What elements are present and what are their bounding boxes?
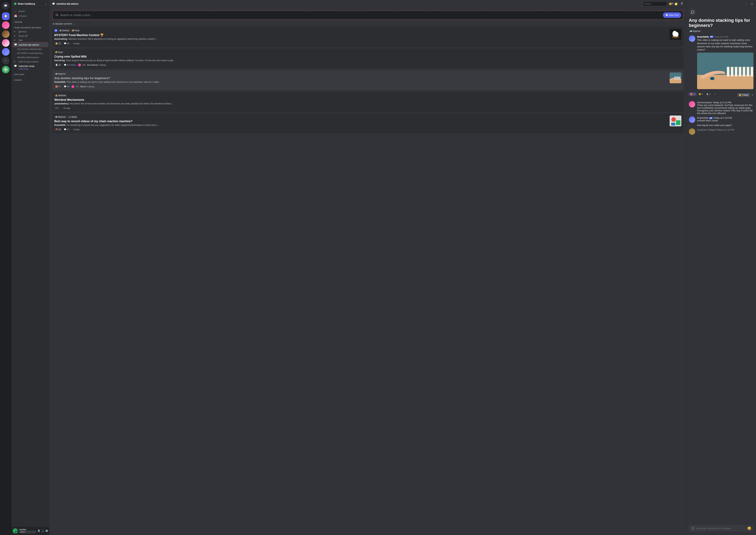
- message-content: oooooh that's smart: [697, 119, 753, 122]
- server-avatar-3[interactable]: [2, 30, 10, 38]
- topbar-search[interactable]: 🔍: [644, 2, 666, 6]
- category-offtopic[interactable]: OFF-TOPIC: [13, 71, 48, 76]
- reaction-chip[interactable]: 🎈 49: [54, 128, 62, 131]
- self-username: marblez: [19, 528, 36, 531]
- post-age: · 1d ago: [71, 128, 80, 130]
- help-icon[interactable]: ❔: [680, 2, 684, 6]
- pinned-icon[interactable]: 🗂️: [674, 2, 678, 6]
- user-panel: marblez #0000 🎙️ 🎧 ⚙️: [12, 527, 49, 535]
- home-link[interactable]: ⌂ Home: [13, 9, 48, 14]
- channel-general[interactable]: # general: [13, 29, 48, 34]
- deafen-icon[interactable]: 🎧: [41, 529, 44, 532]
- reaction-chip[interactable]: 🥛 32: [54, 64, 62, 66]
- channel-materials[interactable]: 💬 materials-swap 2 New Posts: [13, 64, 48, 71]
- mute-icon[interactable]: 🎙️: [37, 529, 40, 532]
- avatar[interactable]: [689, 128, 695, 135]
- home-icon: ⌂: [14, 10, 17, 13]
- avatar[interactable]: [689, 36, 695, 42]
- post-card[interactable]: ⚙️General🌮Food MYSTERY Food Machine Cont…: [52, 27, 684, 47]
- inbox-icon[interactable]: 🔔: [668, 2, 672, 6]
- timestamp: Today at 2:12 PM: [715, 36, 728, 38]
- tag-general[interactable]: ⚙️General: [58, 29, 70, 32]
- avatar[interactable]: [689, 117, 695, 123]
- settings-icon[interactable]: ⚙️: [45, 529, 48, 532]
- add-reaction-button[interactable]: ☺︎⁺: [54, 107, 59, 109]
- topbar-search-input[interactable]: [644, 3, 671, 5]
- explore-button[interactable]: [2, 66, 10, 73]
- server-dropdown[interactable]: Rube Goldberg ⌄: [12, 0, 49, 8]
- svg-rect-26: [747, 67, 749, 76]
- post-image[interactable]: [697, 53, 753, 89]
- self-discriminator: #0000: [19, 531, 36, 533]
- timestamp: Today at 2:16 PM: [713, 117, 732, 119]
- author-name[interactable]: RubeN00b: [697, 117, 709, 119]
- sort-dropdown[interactable]: ⇅ RECENT ACTIVITY ⌄: [53, 23, 684, 25]
- post-card[interactable]: 🌮Food Crying over Spilled Milk DairyKing…: [52, 49, 684, 69]
- reaction-chip[interactable]: 🧑‍🔧 3: [705, 93, 712, 96]
- author-name[interactable]: RubeN00b: [697, 36, 709, 38]
- events-link[interactable]: 📅 1 Event: [13, 14, 48, 18]
- thread-link-2[interactable]: Weirdest Mechanisms: [13, 55, 48, 59]
- chevron-down-icon: ⌄: [73, 23, 75, 25]
- new-posts-label: 2 New Posts: [14, 68, 47, 70]
- add-server-button[interactable]: +: [2, 57, 10, 65]
- category-server[interactable]: SERVER: [13, 18, 48, 24]
- composer-input[interactable]: Message Feedback for Activities!: [696, 527, 745, 530]
- category-events[interactable]: EVENTS: [13, 76, 48, 82]
- server-avatar-5[interactable]: [2, 48, 10, 56]
- attach-button[interactable]: +: [691, 526, 694, 530]
- hash-icon: #: [14, 39, 17, 42]
- tag-materials[interactable]: 💰Materials: [54, 94, 67, 97]
- svg-rect-21: [727, 67, 729, 76]
- thread-link-0[interactable]: Any domino stacking tips...: [13, 47, 48, 51]
- emoji-button[interactable]: 😀: [747, 526, 751, 530]
- reaction-chip[interactable]: 😺 5: [697, 93, 704, 96]
- share-icon[interactable]: ⇪: [751, 94, 753, 97]
- svg-line-3: [58, 15, 58, 16]
- author-name[interactable]: Inspector Dadget: [697, 128, 715, 131]
- hash-icon: #: [14, 35, 17, 37]
- server-rail: +: [0, 0, 12, 535]
- tag-food[interactable]: 🌮Food: [71, 29, 80, 32]
- post-title: MYSTERY Food Machine Contest 🏆: [54, 33, 667, 37]
- message-count: 💬 24: [64, 85, 69, 88]
- channel-advice[interactable]: 💬 machine-diy-advice: [13, 42, 48, 47]
- tag-beginner[interactable]: 🪪Beginner: [54, 116, 67, 118]
- add-reaction-button[interactable]: ☺︎⁺: [713, 92, 718, 96]
- channel-showoff[interactable]: # show-off: [13, 34, 48, 38]
- svg-point-7: [675, 32, 679, 37]
- follow-button[interactable]: 🔔 Follow: [737, 93, 750, 97]
- more-icon[interactable]: ⋯: [744, 2, 748, 5]
- svg-rect-10: [674, 76, 675, 79]
- channel-fails[interactable]: # fails: [13, 38, 48, 42]
- channel-pop[interactable]: # rube-in-pop-culture: [13, 59, 48, 64]
- reaction-chip[interactable]: ⭐ 17: [54, 42, 62, 45]
- forum-search-placeholder[interactable]: Search or create a post...: [60, 14, 662, 17]
- tag-food[interactable]: 🌮Food: [54, 51, 63, 54]
- reaction-chip[interactable]: 🧱 17: [689, 93, 696, 96]
- forum-icon: 💬: [14, 43, 17, 46]
- reaction-chip[interactable]: 🧱 17: [54, 85, 62, 88]
- server-avatar-2[interactable]: [2, 21, 10, 29]
- post-card[interactable]: 💰Materials Weirdest Mechanisms potatobat…: [52, 92, 684, 112]
- svg-rect-13: [678, 76, 679, 79]
- server-avatar-active[interactable]: [2, 13, 10, 20]
- self-avatar[interactable]: [13, 528, 18, 533]
- avatar[interactable]: [689, 101, 695, 107]
- post-card[interactable]: 🪪Beginner📺Media Best way to record video…: [52, 113, 684, 133]
- post-card[interactable]: 🪪Beginner Any domino stacking tips for b…: [52, 70, 684, 90]
- category-machines[interactable]: RUBE GOLDBERG MACHINES: [13, 24, 48, 29]
- thread-link-1[interactable]: MYSTERY Food Machine...: [13, 51, 48, 55]
- svg-rect-24: [739, 67, 742, 76]
- close-icon[interactable]: ✕: [750, 2, 753, 5]
- post-age: · 1d ago: [71, 42, 80, 45]
- verified-icon: [14, 3, 16, 5]
- dm-button[interactable]: [2, 2, 10, 10]
- author-name[interactable]: dominomaster: [697, 101, 712, 104]
- tag-beginner[interactable]: 🪪Beginner: [54, 72, 67, 75]
- tag-media[interactable]: 📺Media: [68, 116, 78, 118]
- forum-pane: 💬 machine-diy-advice 🔍 🔔 🗂️ ❔: [49, 0, 686, 535]
- server-avatar-4[interactable]: [2, 39, 10, 47]
- new-post-button[interactable]: 💬 New Post: [663, 13, 681, 18]
- hash-icon: #: [14, 30, 17, 33]
